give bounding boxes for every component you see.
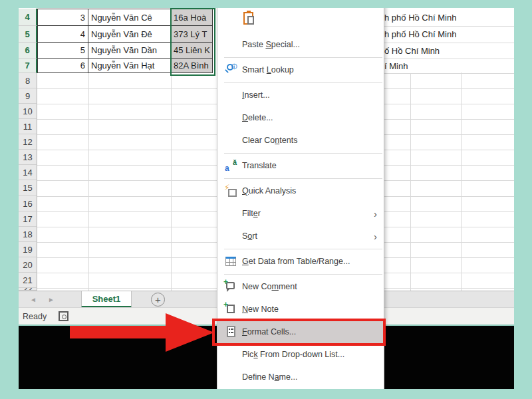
quick-analysis-icon: ⚡ <box>224 184 237 198</box>
red-arrow-head <box>166 313 214 352</box>
submenu-arrow-icon: › <box>374 231 377 242</box>
menu-item-define-name[interactable]: Define Name... <box>217 366 384 388</box>
menu-item-label: Delete... <box>242 113 273 122</box>
menu-item-pick-from-list[interactable]: Pick From Drop-down List... <box>217 343 384 366</box>
menu-separator <box>224 249 382 249</box>
blackout-right <box>384 326 514 389</box>
submenu-arrow-icon: › <box>374 208 377 219</box>
frame-bottom <box>0 389 532 399</box>
cell-address-row6[interactable]: 45 Liên K <box>171 43 213 59</box>
cell-address-row4[interactable]: 16a Hoà <box>171 9 213 26</box>
menu-item-label: Get Data from Table/Range... <box>242 257 350 266</box>
menu-item-label: Paste Special... <box>242 40 300 49</box>
menu-item-clear-contents[interactable]: Clear Contents <box>217 129 384 152</box>
row-header-20[interactable]: 20 <box>19 257 37 273</box>
row-header-6[interactable]: 6 <box>19 43 37 59</box>
menu-item-new-comment[interactable]: +New Comment <box>217 275 384 298</box>
address-overflow-row5: h phố Hồ Chí Minh <box>384 27 513 42</box>
cell-name-row4[interactable]: Nguyễn Văn Cê <box>88 9 171 26</box>
menu-separator <box>224 82 382 83</box>
menu-item-insert[interactable]: Insert... <box>217 84 384 106</box>
row-header-5[interactable]: 5 <box>19 26 37 43</box>
translate-icon: aă <box>224 159 237 172</box>
add-sheet-button[interactable]: + <box>151 293 165 307</box>
cell-name-row6[interactable]: Nguyễn Văn Dần <box>88 43 171 59</box>
smart-lookup-icon: ⓘ <box>224 63 237 76</box>
address-overflow-row6: ố Hồ Chí Minh <box>384 43 513 58</box>
menu-item-label: Insert... <box>242 90 270 100</box>
row-header-19[interactable]: 19 <box>19 242 37 257</box>
address-overflow-row4: h phố Hồ Chí Minh <box>384 9 513 25</box>
get-data-icon <box>224 255 237 268</box>
cell-stt-row4[interactable]: 3 <box>37 9 88 26</box>
screenshot-root: 45678910111213141516171819202122 3Nguyễn… <box>0 0 532 399</box>
red-arrow <box>70 326 166 338</box>
menu-item-sort[interactable]: Sort› <box>217 225 384 247</box>
row-header-9[interactable]: 9 <box>19 88 37 104</box>
menu-item-label: Sort <box>242 231 257 241</box>
menu-item-filter[interactable]: Filter› <box>217 202 384 225</box>
cell-address-row7[interactable]: 82A Bình <box>171 59 213 73</box>
menu-item-label: Translate <box>242 161 277 170</box>
status-ready-label: Ready <box>23 308 47 325</box>
menu-item-label: Pick From Drop-down List... <box>242 350 344 359</box>
menu-separator <box>224 178 382 179</box>
cell-address-row5[interactable]: 373 Lý T <box>171 26 213 43</box>
new-note-icon: + <box>224 303 237 316</box>
frame-top <box>0 0 532 8</box>
row-header-21[interactable]: 21 <box>19 273 37 288</box>
row-header-15[interactable]: 15 <box>19 180 37 196</box>
menu-item-label: Define Name... <box>242 372 297 382</box>
menu-separator <box>224 153 382 154</box>
row-header-14[interactable]: 14 <box>19 165 37 180</box>
row-header-17[interactable]: 17 <box>19 211 37 227</box>
row-header-11[interactable]: 11 <box>19 119 37 134</box>
address-overflow-row7: í Minh <box>384 59 513 72</box>
menu-item-label: New Comment <box>242 282 297 291</box>
cell-name-row5[interactable]: Nguyễn Văn Đê <box>88 26 171 43</box>
menu-item-label: Quick Analysis <box>242 186 296 196</box>
row-header-12[interactable]: 12 <box>19 134 37 150</box>
new-comment-icon: + <box>224 280 237 293</box>
format-cells-highlight-box <box>212 319 386 346</box>
menu-item-label: Filter <box>242 209 261 218</box>
prev-sheet-button[interactable]: ◄ <box>28 294 39 305</box>
row-header-10[interactable]: 10 <box>19 104 37 119</box>
cell-stt-row5[interactable]: 4 <box>37 26 88 43</box>
menu-item-translate[interactable]: aăTranslate <box>217 154 384 177</box>
macro-record-icon[interactable] <box>59 311 68 321</box>
menu-item-label: Smart Lookup <box>242 65 294 74</box>
paste-icon[interactable] <box>239 11 257 29</box>
tab-sheet1[interactable]: Sheet1 <box>81 291 132 308</box>
cell-stt-row7[interactable]: 6 <box>37 59 88 73</box>
next-sheet-button[interactable]: ► <box>46 294 57 305</box>
frame-left <box>0 0 19 399</box>
row-header-4[interactable]: 4 <box>19 9 37 26</box>
menu-separator <box>224 57 382 58</box>
cell-name-row7[interactable]: Nguyễn Văn Hạt <box>88 59 171 73</box>
menu-item-paste-special[interactable]: Paste Special... <box>217 33 384 56</box>
menu-item-new-note[interactable]: +New Note <box>217 298 384 321</box>
row-header-8[interactable]: 8 <box>19 73 37 88</box>
menu-separator <box>224 274 382 275</box>
menu-item-label: Clear Contents <box>242 136 297 145</box>
menu-item-label: New Note <box>242 305 279 314</box>
row-header-16[interactable]: 16 <box>19 196 37 211</box>
row-header-13[interactable]: 13 <box>19 150 37 165</box>
menu-item-delete[interactable]: Delete... <box>217 106 384 129</box>
menu-item-quick-analysis[interactable]: ⚡Quick Analysis <box>217 180 384 202</box>
row-header-7[interactable]: 7 <box>19 59 37 73</box>
menu-item-smart-lookup[interactable]: ⓘSmart Lookup <box>217 59 384 81</box>
frame-right <box>514 0 532 399</box>
menu-item-get-data[interactable]: Get Data from Table/Range... <box>217 250 384 273</box>
cell-stt-row6[interactable]: 5 <box>37 43 88 59</box>
menu-paste-options-row <box>217 8 384 33</box>
row-header-18[interactable]: 18 <box>19 227 37 242</box>
